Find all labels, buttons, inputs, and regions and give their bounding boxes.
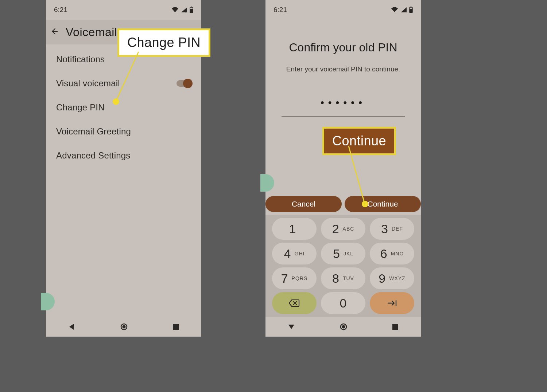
wifi-icon — [171, 7, 179, 13]
svg-rect-0 — [186, 10, 186, 13]
callout-dot-right — [362, 201, 368, 207]
callout-leader-left — [116, 52, 145, 103]
status-icons: ! — [171, 7, 193, 13]
phone-confirm-pin: 6:21 Confirm your old PIN Enter your voi… — [265, 0, 421, 337]
toggle-visual-voicemail[interactable] — [176, 80, 191, 87]
svg-line-14 — [116, 52, 139, 101]
android-nav-bar — [265, 317, 421, 337]
back-icon[interactable] — [50, 27, 58, 37]
submit-arrow-icon — [387, 299, 397, 307]
svg-rect-13 — [392, 324, 398, 330]
battery-icon — [190, 7, 193, 13]
key-submit[interactable] — [370, 292, 414, 314]
backspace-icon — [288, 299, 300, 307]
fab-peek-icon[interactable] — [260, 174, 274, 192]
nav-back-down-icon[interactable] — [288, 323, 295, 330]
key-6[interactable]: 6MNO — [370, 243, 414, 264]
svg-point-12 — [342, 325, 345, 329]
status-time: 6:21 — [54, 6, 67, 14]
row-label: Change PIN — [56, 102, 105, 113]
row-label: Voicemail Greeting — [56, 126, 131, 137]
svg-point-6 — [123, 325, 126, 329]
callout-leader-right — [349, 146, 371, 204]
key-2[interactable]: 2ABC — [321, 218, 365, 240]
status-bar: 6:21 ! — [46, 0, 201, 20]
battery-icon — [409, 7, 413, 13]
svg-rect-3 — [191, 7, 192, 8]
wifi-icon — [391, 7, 398, 13]
action-buttons: Cancel Continue — [265, 196, 421, 212]
row-advanced-settings[interactable]: Advanced Settings — [46, 144, 201, 168]
key-0[interactable]: 0 — [321, 292, 365, 314]
row-label: Notifications — [56, 54, 105, 64]
svg-text:!: ! — [186, 7, 186, 10]
status-icons — [391, 7, 413, 13]
row-voicemail-greeting[interactable]: Voicemail Greeting — [46, 119, 201, 144]
key-8[interactable]: 8TUV — [321, 267, 365, 289]
cancel-button[interactable]: Cancel — [265, 196, 342, 212]
key-1[interactable]: 1 — [272, 218, 317, 240]
svg-line-15 — [349, 146, 365, 204]
nav-recent-icon[interactable] — [392, 324, 399, 330]
confirm-header: Confirm your old PIN Enter your voicemai… — [265, 20, 421, 73]
key-3[interactable]: 3DEF — [370, 218, 414, 240]
key-9[interactable]: 9WXYZ — [370, 267, 414, 289]
nav-recent-icon[interactable] — [172, 324, 179, 330]
numeric-keypad: 1 2ABC 3DEF 4GHI 5JKL 6MNO 7PQRS 8TUV 9W… — [265, 215, 421, 317]
status-time: 6:21 — [274, 6, 287, 14]
fab-peek-icon[interactable] — [41, 293, 55, 310]
nav-home-icon[interactable] — [340, 323, 348, 331]
android-nav-bar — [46, 317, 201, 337]
svg-rect-4 — [190, 9, 193, 13]
confirm-subtitle: Enter your voicemail PIN to continue. — [276, 65, 410, 73]
row-label: Advanced Settings — [56, 150, 131, 161]
status-bar: 6:21 — [265, 0, 421, 20]
key-7[interactable]: 7PQRS — [272, 267, 317, 289]
nav-back-icon[interactable] — [68, 323, 75, 330]
continue-label: Continue — [367, 200, 398, 208]
key-backspace[interactable] — [272, 292, 317, 314]
pin-input[interactable]: ●●●●●● — [282, 99, 405, 117]
confirm-title: Confirm your old PIN — [276, 41, 410, 54]
signal-icon: ! — [181, 7, 187, 13]
callout-dot-left — [113, 98, 119, 105]
svg-rect-10 — [410, 9, 412, 13]
key-5[interactable]: 5JKL — [321, 243, 365, 264]
svg-rect-7 — [173, 324, 179, 330]
cancel-label: Cancel — [292, 200, 315, 208]
callout-text: Change PIN — [127, 35, 201, 50]
nav-home-icon[interactable] — [120, 323, 128, 331]
page-title: Voicemail — [66, 26, 117, 39]
key-4[interactable]: 4GHI — [272, 243, 317, 264]
signal-icon — [400, 7, 407, 13]
svg-rect-9 — [411, 7, 412, 8]
row-label: Visual voicemail — [56, 78, 120, 89]
